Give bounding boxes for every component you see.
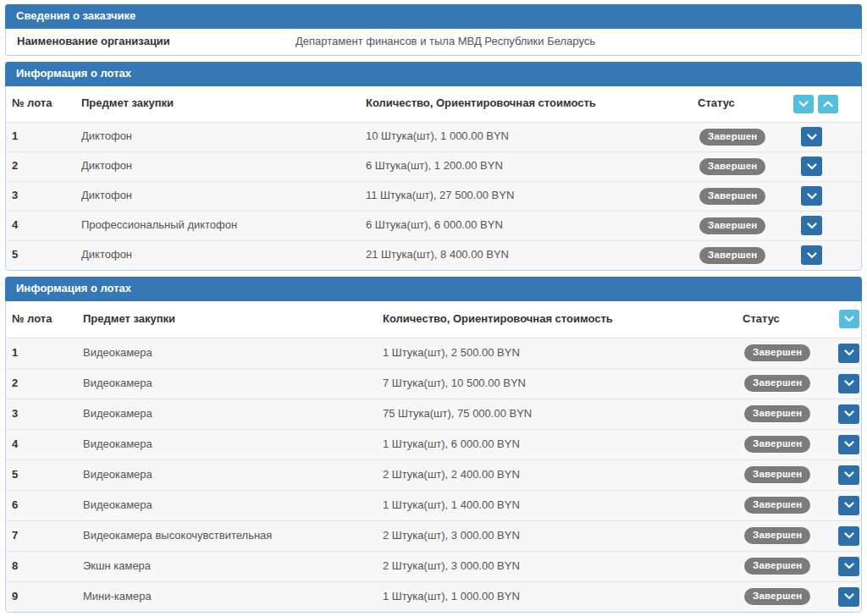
lot-quantity-cost: 11 Штука(шт), 27 500.00 BYN	[366, 190, 694, 202]
lot-quantity-cost: 10 Штука(шт), 1 000.00 BYN	[366, 130, 694, 143]
lot-number: 2	[12, 160, 81, 173]
table-row: 4 Профессиональный диктофон 6 Штука(шт),…	[6, 211, 861, 240]
lot-quantity-cost: 1 Штука(шт), 2 500.00 BYN	[383, 347, 739, 360]
chevron-down-icon	[844, 471, 854, 478]
table-row: 5 Диктофон 21 Штука(шт), 8 400.00 BYN За…	[6, 240, 861, 270]
lot-actions-cell	[790, 245, 861, 265]
chevron-down-icon	[844, 316, 854, 322]
status-badge: Завершен	[699, 188, 765, 205]
chevron-down-icon	[807, 163, 817, 170]
page: { "colors": { "panel-header-bg": "#3578b…	[0, 0, 867, 616]
status-badge: Завершен	[699, 158, 765, 175]
table-row: 5 Видеокамера 2 Штука(шт), 2 400.00 BYN …	[6, 459, 861, 490]
chevron-down-icon	[844, 441, 854, 448]
table-row: 3 Диктофон 11 Штука(шт), 27 500.00 BYN З…	[6, 181, 861, 211]
lot-actions-cell	[832, 526, 861, 546]
chevron-down-icon	[844, 593, 854, 600]
lot-quantity-cost: 2 Штука(шт), 3 000.00 BYN	[383, 560, 739, 573]
lot-quantity-cost: 1 Штука(шт), 6 000.00 BYN	[383, 438, 739, 451]
lot-quantity-cost: 6 Штука(шт), 6 000.00 BYN	[366, 219, 694, 232]
lot-status-cell: Завершен	[694, 158, 790, 175]
panel-title: Информация о лотах	[5, 62, 862, 86]
expand-lot-button[interactable]	[801, 157, 822, 176]
lot-number: 3	[12, 408, 83, 421]
lots-panel-1: Информация о лотах № лота Предмет закупк…	[5, 62, 862, 271]
lot-subject: Видеокамера	[83, 408, 383, 421]
status-badge: Завершен	[744, 558, 810, 575]
lot-actions-cell	[790, 216, 861, 235]
lot-number: 8	[12, 560, 83, 573]
chevron-down-icon	[807, 223, 817, 229]
table-row: 6 Видеокамера 1 Штука(шт), 1 400.00 BYN …	[6, 490, 861, 520]
lot-status-cell: Завершен	[739, 497, 832, 514]
lots-table-1: № лота Предмет закупки Количество, Ориен…	[6, 86, 861, 270]
expand-lot-button[interactable]	[838, 404, 859, 424]
lot-quantity-cost: 7 Штука(шт), 10 500.00 BYN	[383, 377, 739, 390]
chevron-down-icon	[798, 101, 809, 107]
table-header-actions	[790, 95, 861, 113]
lot-actions-cell	[832, 587, 861, 607]
chevron-down-icon	[844, 349, 854, 356]
lot-actions-cell	[832, 465, 861, 485]
lot-quantity-cost: 21 Штука(шт), 8 400.00 BYN	[366, 249, 694, 261]
lot-status-cell: Завершен	[694, 188, 790, 205]
table-header-actions	[832, 310, 861, 328]
customer-info-row: Наименование организации Департамент фин…	[6, 29, 861, 55]
table-row: 2 Диктофон 6 Штука(шт), 1 200.00 BYN Зав…	[6, 151, 861, 181]
lot-status-cell: Завершен	[739, 466, 832, 483]
organization-name-label: Наименование организации	[12, 36, 295, 48]
expand-lot-button[interactable]	[801, 186, 822, 206]
chevron-down-icon	[844, 563, 854, 569]
lot-status-cell: Завершен	[739, 558, 832, 575]
status-badge: Завершен	[744, 375, 810, 392]
lot-number: 4	[12, 438, 83, 451]
expand-lot-button[interactable]	[838, 526, 859, 546]
expand-all-button[interactable]	[793, 95, 814, 113]
table-body: 1 Диктофон 10 Штука(шт), 1 000.00 BYN За…	[6, 122, 861, 270]
lot-subject: Диктофон	[81, 160, 366, 173]
lot-number: 4	[12, 219, 81, 232]
table-header-row: № лота Предмет закупки Количество, Ориен…	[6, 301, 861, 338]
lot-number: 1	[12, 347, 83, 360]
lots-panel-2: Информация о лотах № лота Предмет закупк…	[5, 277, 862, 613]
expand-lot-button[interactable]	[838, 435, 859, 454]
column-header-lot-number: № лота	[12, 97, 81, 110]
column-header-status: Статус	[694, 97, 790, 110]
table-row: 7 Видеокамера высокочувствительная 2 Шту…	[6, 520, 861, 551]
lot-actions-cell	[832, 496, 861, 515]
lot-number: 1	[12, 130, 81, 143]
status-badge: Завершен	[699, 217, 765, 234]
chevron-down-icon	[844, 502, 854, 509]
organization-name-value: Департамент финансов и тыла МВД Республи…	[295, 36, 855, 48]
customer-info-panel: Сведения о заказчике Наименование органи…	[5, 4, 862, 56]
lot-number: 5	[12, 469, 83, 481]
expand-lot-button[interactable]	[838, 374, 859, 393]
chevron-up-icon	[823, 101, 833, 107]
chevron-down-icon	[844, 532, 854, 539]
lot-quantity-cost: 2 Штука(шт), 2 400.00 BYN	[383, 469, 739, 481]
expand-lot-button[interactable]	[801, 127, 822, 146]
collapse-all-button[interactable]	[818, 95, 838, 113]
expand-lot-button[interactable]	[838, 557, 859, 576]
column-header-lot-number: № лота	[12, 313, 83, 326]
expand-lot-button[interactable]	[801, 245, 822, 265]
lot-actions-cell	[832, 435, 861, 454]
status-badge: Завершен	[744, 436, 810, 453]
expand-lot-button[interactable]	[838, 465, 859, 485]
expand-all-button[interactable]	[839, 310, 859, 328]
expand-lot-button[interactable]	[838, 587, 859, 607]
lot-subject: Видеокамера	[83, 438, 383, 451]
status-badge: Завершен	[699, 247, 765, 264]
expand-lot-button[interactable]	[801, 216, 822, 235]
expand-lot-button[interactable]	[838, 496, 859, 515]
lot-actions-cell	[832, 374, 861, 393]
status-badge: Завершен	[744, 466, 810, 483]
table-body: 1 Видеокамера 1 Штука(шт), 2 500.00 BYN …	[6, 338, 861, 612]
expand-lot-button[interactable]	[838, 344, 859, 363]
table-row: 3 Видеокамера 75 Штука(шт), 75 000.00 BY…	[6, 399, 861, 429]
lot-number: 2	[12, 377, 83, 390]
lot-number: 6	[12, 499, 83, 512]
status-badge: Завершен	[744, 344, 810, 361]
chevron-down-icon	[807, 134, 817, 140]
lot-status-cell: Завершен	[739, 344, 832, 361]
